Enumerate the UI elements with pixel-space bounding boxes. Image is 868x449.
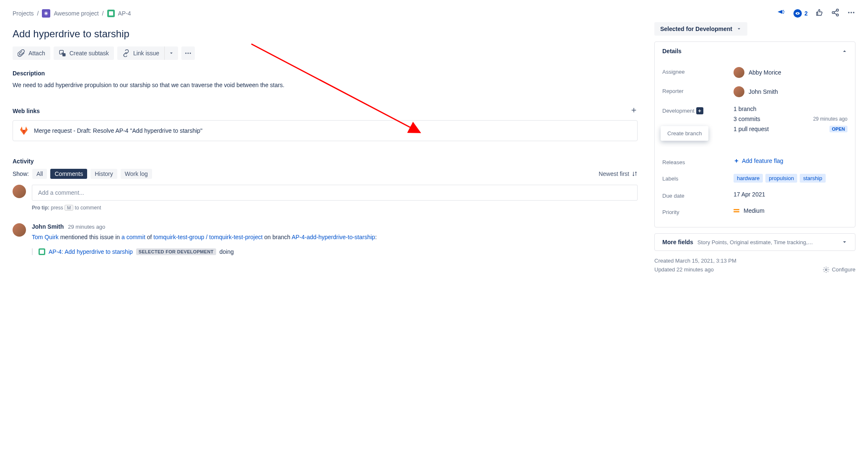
issue-title[interactable]: Add hyperdrive to starship xyxy=(13,28,638,40)
sort-label: Newest first xyxy=(599,170,629,177)
chevron-up-icon xyxy=(842,48,847,54)
details-header[interactable]: Details xyxy=(655,42,855,60)
sort-button[interactable]: Newest first xyxy=(599,170,638,177)
issue-toolbar: 2 xyxy=(778,8,855,18)
link-issue-dropdown[interactable] xyxy=(165,46,178,60)
dev-pullrequests[interactable]: 1 pull request xyxy=(734,126,769,132)
dev-branches[interactable]: 1 branch xyxy=(734,106,756,112)
priority-value[interactable]: Medium xyxy=(734,207,847,214)
link-issue-button[interactable]: Link issue xyxy=(117,46,165,60)
development-add-button[interactable]: + xyxy=(696,107,703,114)
assignee-value[interactable]: Abby Morice xyxy=(734,67,847,78)
quoted-issue-box: AP-4: Add hyperdrive to starship SELECTE… xyxy=(32,248,638,255)
current-user-avatar xyxy=(13,185,26,198)
assignee-label: Assignee xyxy=(662,67,734,75)
svg-point-5 xyxy=(832,12,834,14)
svg-point-11 xyxy=(853,12,854,13)
quoted-status-lozenge: SELECTED FOR DEVELOPMENT xyxy=(136,248,216,255)
create-branch-popover[interactable]: Create branch xyxy=(661,126,708,141)
svg-point-1 xyxy=(45,12,47,14)
watch-count-value: 2 xyxy=(804,10,808,17)
details-title: Details xyxy=(662,48,682,54)
duedate-value[interactable]: 17 Apr 2021 xyxy=(734,191,847,198)
vote-icon[interactable] xyxy=(815,8,824,18)
mention-user-link[interactable]: Tom Quirk xyxy=(32,234,59,240)
add-feature-flag-button[interactable]: Add feature flag xyxy=(734,157,847,164)
quoted-issue-link[interactable]: AP-4: Add hyperdrive to starship xyxy=(49,248,133,255)
link-icon xyxy=(122,49,130,57)
commit-link[interactable]: a commit xyxy=(121,234,145,240)
add-weblink-button[interactable] xyxy=(630,106,638,115)
tab-worklog[interactable]: Work log xyxy=(121,169,152,179)
activity-label: Activity xyxy=(13,158,638,165)
weblink-item[interactable]: Merge request - Draft: Resolve AP-4 "Add… xyxy=(13,120,638,141)
releases-label: Releases xyxy=(662,157,734,165)
dots-icon xyxy=(184,49,192,57)
svg-point-16 xyxy=(190,53,191,54)
svg-point-9 xyxy=(848,12,850,13)
comment-avatar xyxy=(13,223,26,237)
created-timestamp: Created March 15, 2021, 3:13 PM xyxy=(654,257,736,266)
breadcrumb-project[interactable]: Awesome project xyxy=(54,10,98,17)
svg-point-6 xyxy=(837,14,839,16)
label-chip[interactable]: hardware xyxy=(734,174,763,183)
svg-point-3 xyxy=(797,13,798,14)
issue-type-icon xyxy=(107,10,115,17)
duedate-label: Due date xyxy=(662,191,734,199)
breadcrumb-sep: / xyxy=(37,10,39,17)
svg-point-21 xyxy=(825,269,827,271)
gear-icon xyxy=(823,266,829,273)
more-fields-panel[interactable]: More fields Story Points, Original estim… xyxy=(654,233,855,251)
details-panel: Details Assignee Abby Morice Reporter Jo… xyxy=(654,41,855,227)
description-text[interactable]: We need to add hyperdrive propulsion to … xyxy=(13,81,638,90)
development-label: Development xyxy=(662,108,695,114)
dev-commits-time: 29 minutes ago xyxy=(813,116,847,122)
chevron-down-icon xyxy=(169,51,174,56)
weblink-text: Merge request - Draft: Resolve AP-4 "Add… xyxy=(34,127,202,134)
breadcrumb-projects[interactable]: Projects xyxy=(13,10,34,17)
create-subtask-button[interactable]: Create subtask xyxy=(54,46,114,60)
breadcrumb-issue-key[interactable]: AP-4 xyxy=(118,10,131,17)
label-chip[interactable]: starship xyxy=(800,174,826,183)
link-issue-label: Link issue xyxy=(133,50,159,57)
branch-link[interactable]: AP-4-add-hyperdrive-to-starship xyxy=(292,234,375,240)
dev-commits[interactable]: 3 commits xyxy=(734,116,760,122)
svg-point-4 xyxy=(837,9,839,11)
feedback-icon[interactable] xyxy=(778,8,786,18)
plus-icon xyxy=(630,106,638,114)
attach-label: Attach xyxy=(28,50,45,57)
more-actions-icon[interactable] xyxy=(847,8,855,18)
svg-point-14 xyxy=(185,53,186,54)
plus-icon xyxy=(734,158,739,164)
add-comment-input[interactable]: Add a comment... xyxy=(32,185,638,201)
comment-entry: John Smith 29 minutes ago Tom Quirk ment… xyxy=(13,223,638,255)
more-actions-button[interactable] xyxy=(181,46,195,60)
status-dropdown[interactable]: Selected for Development xyxy=(654,22,747,36)
repo-link[interactable]: tomquirk-test-group / tomquirk-test-proj… xyxy=(153,234,263,240)
label-chip[interactable]: propulsion xyxy=(765,174,797,183)
share-icon[interactable] xyxy=(831,8,840,18)
updated-timestamp: Updated 22 minutes ago xyxy=(654,266,736,274)
project-icon xyxy=(42,9,50,18)
breadcrumbs: Projects / Awesome project / AP-4 xyxy=(13,9,131,18)
reporter-value[interactable]: John Smith xyxy=(734,86,847,97)
svg-point-15 xyxy=(188,53,189,54)
comment-text: Tom Quirk mentioned this issue in a comm… xyxy=(32,232,638,242)
avatar xyxy=(734,67,744,78)
issue-actions: Attach Create subtask Link issue xyxy=(13,46,638,60)
watch-button[interactable]: 2 xyxy=(793,9,808,18)
quoted-trailing-text: doing xyxy=(220,248,234,255)
eye-icon xyxy=(793,9,802,18)
tab-all[interactable]: All xyxy=(32,169,47,179)
attach-button[interactable]: Attach xyxy=(13,46,50,60)
svg-line-8 xyxy=(834,13,837,14)
comment-author[interactable]: John Smith xyxy=(32,223,64,230)
tab-comments[interactable]: Comments xyxy=(50,169,87,179)
breadcrumb-sep: / xyxy=(102,10,104,17)
tab-history[interactable]: History xyxy=(90,169,117,179)
configure-button[interactable]: Configure xyxy=(823,266,855,274)
subtask-icon xyxy=(59,49,66,57)
svg-point-10 xyxy=(850,12,852,13)
chevron-down-icon xyxy=(842,239,847,245)
svg-line-7 xyxy=(834,10,837,12)
